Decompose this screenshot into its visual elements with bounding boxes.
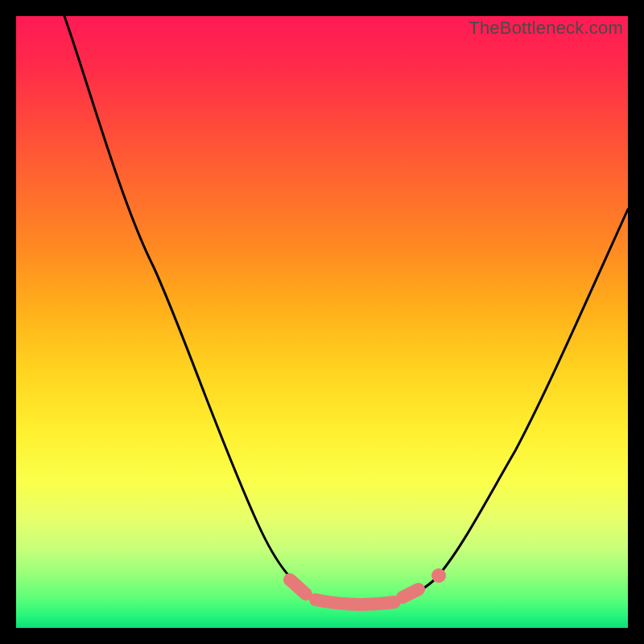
marker-segment-left: [290, 580, 306, 594]
chart-plot-area: TheBottleneck.com: [16, 16, 628, 628]
marker-segment-right: [402, 589, 419, 597]
marker-dot-right: [431, 568, 446, 583]
chart-frame: TheBottleneck.com: [0, 0, 644, 644]
chart-svg: [16, 16, 628, 628]
bottleneck-curve: [64, 16, 628, 607]
marker-segment-bottom: [316, 600, 394, 605]
